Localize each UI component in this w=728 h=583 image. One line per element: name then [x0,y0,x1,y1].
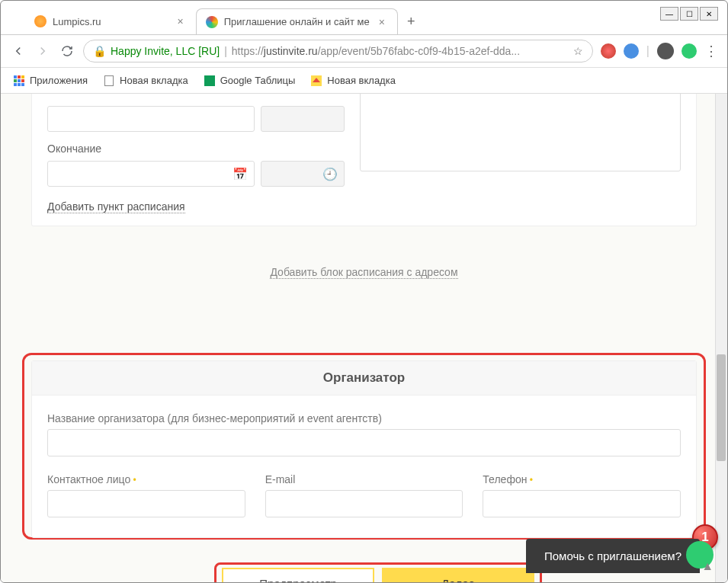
tab-lumpics[interactable]: Lumpics.ru × [25,8,196,34]
tab-justinvite[interactable]: Приглашение онлайн и сайт ме × [196,8,398,34]
extension-icon[interactable] [681,43,697,59]
forward-button[interactable] [34,43,51,59]
phone-label: Телефон [483,473,681,485]
lock-icon: 🔒 [93,45,106,57]
tab-bar: Lumpics.ru × Приглашение онлайн и сайт м… [25,8,424,34]
clock-icon: 🕘 [322,167,338,181]
back-button[interactable] [10,43,27,59]
url-text: https://justinvite.ru/app/event/5b76fabc… [232,45,569,57]
organizer-card: Организатор Название организатора (для б… [31,360,697,538]
scrollbar-track[interactable] [715,94,727,582]
favicon-icon [34,15,47,27]
end-label: Окончание [47,143,345,155]
email-input[interactable] [265,490,463,517]
separator: | [224,45,227,57]
bookmark-star-icon[interactable]: ☆ [573,45,583,57]
new-tab-button[interactable]: + [398,14,425,30]
end-date-input[interactable]: 📅 [47,161,255,187]
description-textarea[interactable] [360,94,681,171]
favicon-icon [206,16,218,28]
date-input[interactable] [47,106,255,132]
bookmark-label: Новая вкладка [120,75,188,86]
close-icon[interactable]: × [175,15,187,27]
address-bar[interactable]: 🔒 Happy Invite, LLC [RU] | https://justi… [83,40,593,62]
window-minimize[interactable]: — [660,7,678,21]
tab-title: Приглашение онлайн и сайт ме [224,16,370,27]
bookmark-label: Приложения [30,75,88,86]
menu-icon[interactable]: ⋮ [704,43,718,59]
help-text: Помочь с приглашением? [544,549,681,562]
contact-label: Контактное лицо [47,473,245,485]
add-schedule-block-link[interactable]: Добавить блок расписания с адресом [270,266,457,279]
contact-input[interactable] [47,490,245,517]
phone-input[interactable] [483,490,681,517]
extension-icon[interactable] [624,43,639,59]
scrollbar-thumb[interactable] [717,354,726,461]
calendar-icon: 📅 [233,167,248,181]
cert-org: Happy Invite, LLC [RU] [111,45,220,57]
next-button[interactable]: Далее [382,568,534,582]
scroll-up-icon: ▲ [701,559,714,573]
bookmark-item[interactable]: Новая вкладка [103,75,188,87]
preview-button[interactable]: Предпросмотр [222,568,374,582]
apps-grid-icon [14,75,24,86]
organizer-name-input[interactable] [47,429,681,456]
tab-title: Lumpics.ru [53,16,101,27]
organizer-name-label: Название организатора (для бизнес-меропр… [47,412,681,424]
window-close[interactable]: ✕ [700,7,718,21]
organizer-title: Организатор [32,361,696,396]
sheets-icon [204,75,215,86]
bookmark-label: Google Таблицы [220,75,296,86]
page-icon [104,75,114,86]
end-time-input[interactable]: 🕘 [261,161,345,187]
bookmark-label: Новая вкладка [327,75,396,86]
apps-button[interactable]: Приложения [13,75,88,87]
reload-button[interactable] [59,43,75,59]
extension-icon[interactable] [601,43,616,59]
bookmark-item[interactable]: Новая вкладка [310,75,396,87]
close-icon[interactable]: × [376,16,388,28]
window-maximize[interactable]: ☐ [680,7,698,21]
page-content: Окончание 📅 🕘 Добавить пункт расписания … [1,94,727,582]
profile-avatar[interactable] [657,43,674,59]
email-label: E-mail [265,473,463,485]
time-input[interactable] [261,106,345,132]
image-icon [311,75,322,86]
bookmarks-bar: Приложения Новая вкладка Google Таблицы … [1,68,727,94]
help-popup[interactable]: Помочь с приглашением? [526,539,700,573]
add-schedule-item-link[interactable]: Добавить пункт расписания [47,200,185,213]
bookmark-item[interactable]: Google Таблицы [204,75,296,87]
